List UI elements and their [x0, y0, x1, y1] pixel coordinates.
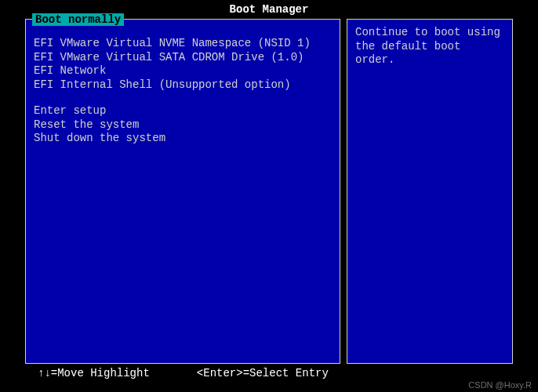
watermark: CSDN @Hoxy.R [468, 380, 532, 390]
help-text-line: the default boot order. [355, 40, 504, 67]
boot-menu-list: EFI VMware Virtual NVME Namespace (NSID … [34, 37, 332, 146]
boot-option[interactable]: EFI Network [34, 64, 332, 78]
boot-option[interactable]: EFI VMware Virtual NVME Namespace (NSID … [34, 37, 332, 51]
boot-option[interactable]: EFI Internal Shell (Unsupported option) [34, 78, 332, 93]
help-panel: Continue to boot using the default boot … [347, 19, 513, 364]
selected-boot-option[interactable]: Boot normally [32, 13, 124, 26]
help-text-line: Continue to boot using [355, 26, 504, 40]
footer-hints: ↑↓=Move Highlight <Enter>=Select Entry [0, 364, 538, 383]
system-option-setup[interactable]: Enter setup [34, 104, 332, 118]
hint-move: ↑↓=Move Highlight [38, 367, 150, 379]
hint-select: <Enter>=Select Entry [197, 367, 329, 379]
system-option-shutdown[interactable]: Shut down the system [34, 132, 332, 146]
menu-spacer [34, 92, 332, 104]
system-option-reset[interactable]: Reset the system [34, 118, 332, 132]
main-container: Boot normally EFI VMware Virtual NVME Na… [0, 19, 538, 364]
boot-option[interactable]: EFI VMware Virtual SATA CDROM Drive (1.0… [34, 51, 332, 65]
boot-options-panel: Boot normally EFI VMware Virtual NVME Na… [25, 19, 340, 364]
